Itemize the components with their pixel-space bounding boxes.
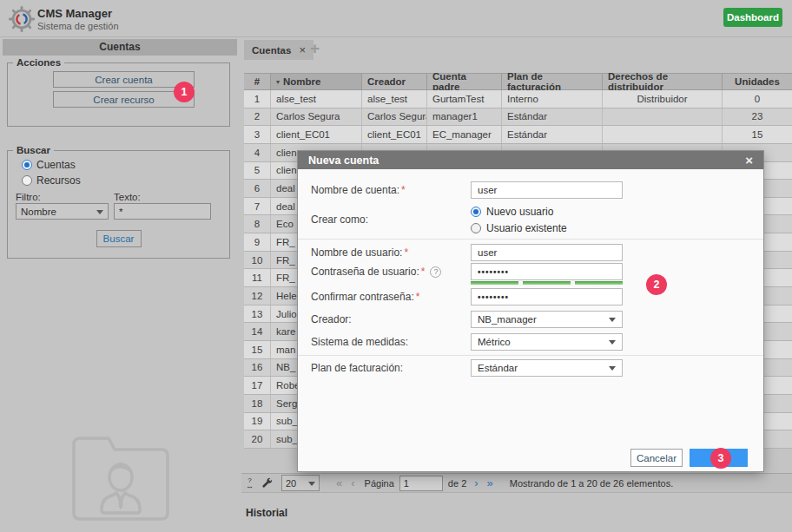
tab-cuentas-label: Cuentas: [252, 45, 291, 56]
billing-plan-label: Plan de facturación:: [311, 362, 471, 374]
cms-logo-icon: [7, 4, 36, 34]
radio-recursos[interactable]: Recursos: [22, 174, 229, 187]
billing-plan-select[interactable]: Estándar: [471, 359, 623, 377]
table-cell-n: 15: [244, 341, 271, 358]
table-cell-n: 12: [244, 287, 271, 305]
table-header: # ▾ Nombre Creador Cuenta padre Plan de …: [244, 73, 792, 90]
radio-existing-user-label: Usuario existente: [486, 222, 567, 234]
col-header-num[interactable]: #: [244, 74, 271, 90]
table-cell-creator: Carlos Segura: [362, 108, 427, 126]
buscar-fieldset: Buscar Cuentas Recursos Filtro: Texto: N…: [7, 145, 230, 259]
filtro-select-value: Nombre: [21, 207, 96, 217]
table-cell-n: 8: [244, 215, 271, 233]
wrench-settings-icon[interactable]: [261, 477, 273, 489]
creator-label: Creador:: [311, 313, 471, 325]
table-cell-name: client_EC01: [271, 126, 362, 143]
measure-system-value: Métrico: [478, 337, 609, 347]
table-cell-n: 14: [244, 323, 271, 340]
password-help-icon[interactable]: ?: [430, 266, 441, 278]
table-cell-dealer: [603, 108, 723, 126]
filtro-select[interactable]: Nombre: [16, 203, 109, 220]
creator-select[interactable]: NB_manager: [471, 311, 623, 328]
measure-system-select[interactable]: Métrico: [471, 333, 623, 351]
radio-cuentas-control[interactable]: [22, 160, 32, 170]
table-row[interactable]: 1alse_testalse_testGurtamTestInternoDist…: [244, 90, 792, 108]
billing-plan-value: Estándar: [478, 363, 609, 373]
table-cell-n: 11: [244, 269, 271, 286]
prev-page-icon[interactable]: ‹: [351, 476, 354, 489]
historial-section-title: Historial: [246, 507, 287, 519]
table-cell-units: 23: [723, 108, 792, 126]
dialog-close-icon[interactable]: ×: [745, 154, 753, 167]
table-row[interactable]: 3client_EC01client_EC01EC_managerEstánda…: [244, 126, 792, 144]
radio-cuentas-label: Cuentas: [36, 159, 76, 171]
add-tab-icon[interactable]: +: [310, 39, 320, 58]
col-header-nombre-label: Nombre: [283, 76, 320, 87]
radio-recursos-control[interactable]: [22, 175, 32, 186]
table-cell-n: 9: [244, 233, 271, 251]
table-cell-dealer: [603, 126, 723, 143]
chevron-down-icon: [609, 366, 616, 374]
tab-close-icon[interactable]: ×: [299, 44, 306, 56]
radio-new-user-control[interactable]: [471, 207, 481, 217]
next-page-icon[interactable]: ›: [474, 476, 478, 489]
password-input[interactable]: [471, 263, 623, 280]
col-header-derechos[interactable]: Derechos de distribuidor: [603, 74, 723, 90]
table-cell-n: 4: [244, 144, 271, 161]
table-row[interactable]: 2Carlos SeguraCarlos Seguramanager1Están…: [244, 108, 792, 127]
radio-cuentas[interactable]: Cuentas: [22, 158, 229, 171]
column-width-icon[interactable]: ?↔: [246, 478, 254, 489]
chevron-down-icon: [609, 340, 616, 348]
user-name-input[interactable]: [471, 244, 623, 261]
col-header-plan[interactable]: Plan de facturación: [502, 74, 603, 90]
empty-folder-user-watermark-icon: [68, 427, 174, 521]
table-cell-n: 10: [244, 252, 271, 269]
app-header: CMS Manager Sistema de gestión Dashboard: [0, 0, 792, 37]
table-cell-plan: Estándar: [502, 108, 603, 126]
last-page-icon[interactable]: »: [487, 476, 493, 489]
buscar-legend: Buscar: [13, 145, 54, 155]
app-title: CMS Manager: [37, 7, 112, 20]
cancel-button[interactable]: Cancelar: [630, 449, 683, 467]
table-cell-n: 1: [244, 90, 271, 108]
chevron-down-icon: [96, 210, 103, 218]
acciones-legend: Acciones: [13, 57, 64, 68]
confirm-password-label: Confirmar contraseña:*: [311, 291, 471, 303]
radio-existing-user[interactable]: Usuario existente: [471, 221, 567, 235]
table-cell-n: 6: [244, 180, 271, 197]
creator-select-value: NB_manager: [478, 314, 609, 325]
radio-existing-user-control[interactable]: [471, 223, 481, 233]
account-name-input[interactable]: [471, 181, 623, 199]
new-account-dialog: Nueva cuenta × Nombre de cuenta:* Crear …: [298, 151, 763, 471]
table-cell-creator: alse_test: [362, 90, 427, 108]
page-size-select[interactable]: 20: [281, 475, 320, 491]
first-page-icon[interactable]: «: [336, 476, 342, 489]
page-number-input[interactable]: [399, 476, 443, 491]
create-account-button[interactable]: Crear cuenta: [53, 71, 195, 88]
col-header-cuenta-padre[interactable]: Cuenta padre: [427, 74, 502, 90]
table-cell-dealer: Distribuidor: [603, 90, 723, 108]
table-cell-n: 20: [244, 430, 271, 448]
radio-recursos-label: Recursos: [36, 174, 81, 187]
step-badge-3: 3: [710, 448, 731, 469]
table-cell-parent: GurtamTest: [427, 90, 502, 108]
table-cell-name: alse_test: [271, 90, 362, 108]
tab-cuentas[interactable]: Cuentas ×: [244, 40, 314, 60]
texto-input[interactable]: [114, 203, 211, 220]
filtro-label: Filtro:: [16, 192, 114, 202]
buscar-button[interactable]: Buscar: [96, 230, 142, 247]
password-strength-meter: [471, 281, 623, 285]
col-header-creador[interactable]: Creador: [362, 74, 427, 90]
measure-system-label: Sistema de medidas:: [311, 336, 471, 348]
user-name-label: Nombre de usuario:*: [311, 246, 471, 259]
table-cell-parent: manager1: [427, 108, 502, 126]
col-header-nombre[interactable]: ▾ Nombre: [271, 74, 362, 90]
radio-new-user-label: Nuevo usuario: [486, 206, 553, 218]
table-cell-n: 7: [244, 198, 271, 215]
confirm-password-input[interactable]: [471, 288, 623, 305]
dashboard-button[interactable]: Dashboard: [723, 8, 782, 27]
radio-new-user[interactable]: Nuevo usuario: [471, 205, 567, 219]
step-badge-2: 2: [646, 274, 667, 295]
col-header-unidades[interactable]: Unidades: [723, 74, 792, 90]
table-cell-n: 5: [244, 162, 271, 180]
